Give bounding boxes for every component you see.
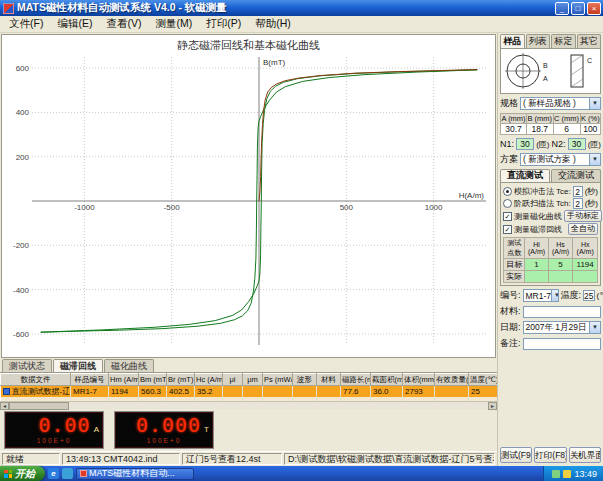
step-method-row: 阶跃扫描法 Tch: 2 (秒): [503, 198, 598, 209]
result-tab-1[interactable]: 磁滞回线: [53, 359, 103, 372]
scheme-label: 方案: [500, 153, 518, 166]
h-meter: 0.00 A 100E+0: [4, 411, 104, 449]
spec-label: 规格: [500, 97, 518, 110]
points-value[interactable]: [525, 271, 548, 283]
n2-input[interactable]: 30: [568, 138, 586, 150]
dropdown-icon[interactable]: ▼: [589, 322, 600, 333]
result-column-header: 材料: [317, 374, 341, 386]
note-input[interactable]: [523, 338, 601, 350]
sample-id-combo[interactable]: MR1-7 ▼: [523, 289, 559, 302]
dropdown-icon[interactable]: ▼: [589, 98, 600, 109]
temperature-input[interactable]: 25: [583, 290, 594, 301]
horizontal-scrollbar[interactable]: ◄ ►: [0, 401, 497, 409]
core-diagram: B A C: [500, 48, 601, 94]
n1-input[interactable]: 30: [516, 138, 534, 150]
menu-item-0[interactable]: 文件(F): [2, 16, 50, 32]
hysteresis-chart: 静态磁滞回线和基本磁化曲线 600400200-200-400-600-1000…: [1, 34, 496, 358]
axis-tick-label: H(A/m): [459, 191, 485, 200]
menu-item-1[interactable]: 编辑(E): [50, 16, 99, 32]
points-value[interactable]: 1: [525, 259, 548, 271]
system-tray: 13:49: [543, 466, 603, 481]
test-button[interactable]: 测试(F9): [500, 447, 532, 463]
tch-input[interactable]: 2: [573, 198, 583, 209]
spec-value: ( 新样品规格 ): [523, 98, 576, 110]
maximize-button[interactable]: □: [571, 2, 585, 15]
taskbar-app-button[interactable]: MATS磁性材料自动...: [76, 468, 194, 480]
table-cell: 560.3: [139, 386, 167, 398]
tray-icon[interactable]: [563, 470, 571, 478]
points-row-label: 目标: [504, 259, 525, 271]
temperature-label: 温度:: [561, 289, 582, 302]
meter-zone: 0.00 A 100E+0 0.000 T 100E+0: [0, 409, 497, 451]
impulse-method-radio[interactable]: [503, 187, 512, 196]
dropdown-icon[interactable]: ▼: [551, 290, 558, 301]
result-column-header: 磁路长(mm): [341, 374, 371, 386]
menu-item-2[interactable]: 查看(V): [99, 16, 148, 32]
table-cell: 35.2: [195, 386, 223, 398]
result-tab-0[interactable]: 测试状态: [2, 359, 52, 372]
points-value[interactable]: 5: [548, 259, 573, 271]
windows-logo-icon: [4, 470, 12, 478]
points-value[interactable]: 1194: [573, 259, 598, 271]
test-tab-1[interactable]: 交流测试: [551, 169, 601, 182]
material-input[interactable]: [523, 306, 601, 318]
app-icon: [3, 3, 14, 14]
shutdown-button[interactable]: 关机界面: [569, 447, 601, 463]
magnetization-checkbox[interactable]: ✓: [503, 212, 512, 221]
axis-tick-label: -600: [13, 330, 30, 339]
points-value[interactable]: [573, 271, 598, 283]
status-sample: 辽门5号查看12.4st: [182, 453, 282, 465]
sample-tab-0[interactable]: 样品: [500, 34, 525, 48]
date-combo[interactable]: 2007年 1月29日 ▼: [523, 321, 601, 334]
sample-tab-1[interactable]: 列表: [526, 34, 551, 48]
sample-tab-2[interactable]: 标定: [551, 34, 576, 48]
b-meter-range: 100E+0: [119, 437, 209, 444]
table-row[interactable]: 直流测试数据-辽门5号查看MR1-71194560.3402.535.277.6…: [1, 386, 498, 398]
hysteresis-checkbox[interactable]: ✓: [503, 225, 512, 234]
dimensions-table: A (mm)B (mm)C (mm)K (%)30.718.76100: [500, 113, 601, 135]
auto-button[interactable]: 全自动: [568, 223, 598, 235]
table-cell: [317, 386, 341, 398]
dropdown-icon[interactable]: ▼: [589, 154, 600, 165]
hysteresis-check-label: 测量磁滞回线: [514, 224, 562, 235]
quick-launch-desktop-icon[interactable]: [62, 468, 73, 479]
result-column-header: 样品编号: [71, 374, 109, 386]
test-tab-0[interactable]: 直流测试: [500, 169, 550, 182]
scheme-combo[interactable]: ( 新测试方案 ) ▼: [520, 153, 601, 166]
b-meter-value: 0.000: [136, 413, 201, 437]
statusbar: 就绪 13:49:13 CMT4042.ind 辽门5号查看12.4st D:\…: [0, 451, 497, 466]
menu-item-5[interactable]: 帮助(H): [248, 16, 298, 32]
sample-tab-3[interactable]: 其它: [577, 34, 602, 48]
table-cell: 直流测试数据-辽门5号查看: [1, 386, 71, 398]
points-header: Hs (A/m): [548, 238, 573, 259]
table-cell: [293, 386, 317, 398]
quick-launch-browser-icon[interactable]: e: [48, 468, 59, 479]
print-button[interactable]: 打印(F8): [534, 447, 566, 463]
check-icon: ✓: [505, 213, 511, 220]
start-label: 开始: [15, 467, 35, 481]
result-tabs: 测试状态磁滞回线磁化曲线: [0, 359, 497, 372]
points-value[interactable]: [548, 271, 573, 283]
chart-canvas: 600400200-200-400-600-1000-5005001000B(m…: [2, 35, 495, 357]
spec-combo[interactable]: ( 新样品规格 ) ▼: [520, 97, 601, 110]
dim-value[interactable]: 6: [553, 124, 580, 135]
start-button[interactable]: 开始: [0, 466, 45, 481]
result-column-header: Bm (mT): [139, 374, 167, 386]
result-tab-2[interactable]: 磁化曲线: [104, 359, 154, 372]
dim-value[interactable]: 100: [580, 124, 600, 135]
date-row: 日期: 2007年 1月29日 ▼: [500, 321, 601, 334]
scheme-value: ( 新测试方案 ): [523, 154, 576, 166]
minimize-button[interactable]: _: [555, 2, 569, 15]
tray-icon[interactable]: [552, 470, 560, 478]
dim-value[interactable]: 30.7: [501, 124, 527, 135]
close-button[interactable]: ×: [587, 2, 601, 15]
menu-item-4[interactable]: 打印(P): [199, 16, 248, 32]
series-基本磁化曲线: [259, 70, 477, 201]
step-method-radio[interactable]: [503, 199, 512, 208]
dim-value[interactable]: 18.7: [527, 124, 554, 135]
menu-item-3[interactable]: 测量(M): [148, 16, 199, 32]
magnetization-check-label: 测量磁化曲线: [514, 211, 562, 222]
status-path: D:\测试数据\软磁测试数据\直流测试数据-辽门5号查看: [284, 453, 495, 465]
tce-input[interactable]: 2: [573, 186, 583, 197]
manual-calibration-button[interactable]: 手动标定: [564, 210, 602, 222]
